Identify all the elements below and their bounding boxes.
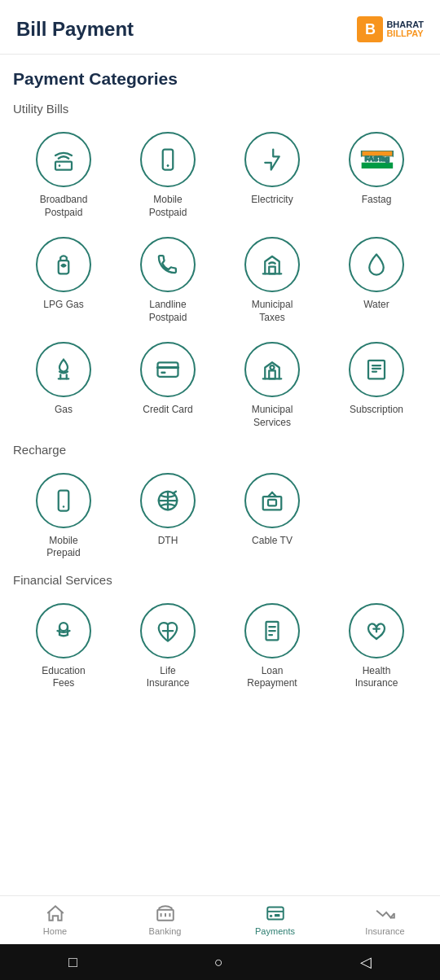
health-insurance-icon xyxy=(364,619,389,643)
payment-categories-heading: Payment Categories xyxy=(13,69,427,89)
android-back-btn[interactable]: ◁ xyxy=(360,953,372,971)
mobile-postpaid-icon-circle xyxy=(140,132,196,187)
water-item[interactable]: Water xyxy=(326,232,427,329)
wifi-router-icon xyxy=(51,147,76,172)
logo-icon: B xyxy=(357,16,383,42)
life-insurance-item[interactable]: LifeInsurance xyxy=(117,598,218,695)
svg-rect-41 xyxy=(267,907,284,919)
dth-item[interactable]: DTH xyxy=(117,468,218,565)
water-icon xyxy=(364,252,389,277)
svg-line-26 xyxy=(173,491,176,493)
svg-rect-0 xyxy=(55,162,72,170)
fastag-icon: FASTag xyxy=(359,151,394,168)
banking-nav-label: Banking xyxy=(149,926,182,936)
loan-icon xyxy=(260,619,284,643)
svg-point-42 xyxy=(269,915,271,917)
header: Bill Payment B BHARAT BILLPAY xyxy=(0,0,440,55)
dth-label: DTH xyxy=(158,535,178,548)
gas-icon xyxy=(51,357,76,382)
municipal-taxes-item[interactable]: MunicipalTaxes xyxy=(222,232,323,329)
landline-postpaid-icon-circle xyxy=(140,237,196,292)
health-insurance-icon-circle xyxy=(349,603,404,658)
home-nav-icon xyxy=(45,903,66,924)
bottom-nav: Home Banking Payments Insurance xyxy=(0,895,440,944)
loan-repayment-label: LoanRepayment xyxy=(247,665,297,690)
municipal-services-label: MunicipalServices xyxy=(252,404,293,429)
credit-card-label: Credit Card xyxy=(143,404,192,417)
svg-point-5 xyxy=(167,164,169,167)
svg-point-22 xyxy=(63,505,65,508)
svg-rect-29 xyxy=(268,499,276,505)
nav-payments[interactable]: Payments xyxy=(247,903,304,936)
broadband-postpaid-item[interactable]: BroadbandPostpaid xyxy=(13,127,114,224)
lpg-gas-item[interactable]: LPG Gas xyxy=(13,232,114,329)
fastag-icon-circle: FASTag xyxy=(349,132,404,187)
municipal-taxes-icon-circle xyxy=(244,237,300,292)
health-insurance-label: HealthInsurance xyxy=(355,665,398,690)
cable-tv-label: Cable TV xyxy=(252,535,293,548)
logo-line2: BILLPAY xyxy=(386,29,424,38)
gas-item[interactable]: Gas xyxy=(13,337,114,434)
svg-rect-11 xyxy=(269,267,275,274)
dth-icon xyxy=(156,488,180,513)
subscription-label: Subscription xyxy=(350,404,403,417)
water-label: Water xyxy=(363,299,389,312)
main-content: Payment Categories Utility Bills Broadba… xyxy=(0,55,440,768)
health-insurance-item[interactable]: HealthInsurance xyxy=(326,598,427,695)
loan-repayment-icon-circle xyxy=(244,603,300,658)
municipal-taxes-icon xyxy=(260,252,284,277)
loan-repayment-item[interactable]: LoanRepayment xyxy=(222,598,323,695)
nav-banking[interactable]: Banking xyxy=(137,903,194,936)
financial-services-grid: EducationFees LifeInsurance xyxy=(13,598,427,695)
android-square-btn[interactable]: □ xyxy=(68,954,77,971)
subscription-icon-circle xyxy=(349,342,404,397)
recharge-label: Recharge xyxy=(13,443,427,457)
mobile-prepaid-item[interactable]: MobilePrepaid xyxy=(13,468,114,565)
fastag-label: Fastag xyxy=(362,194,392,207)
insurance-nav-label: Insurance xyxy=(365,926,404,936)
mobile-prepaid-icon xyxy=(51,488,76,513)
mobile-postpaid-label: MobilePostpaid xyxy=(149,194,187,219)
cable-tv-icon xyxy=(260,488,284,513)
lpg-gas-icon-circle xyxy=(36,237,91,292)
life-insurance-icon-circle xyxy=(140,603,196,658)
nav-home[interactable]: Home xyxy=(27,903,84,936)
android-circle-btn[interactable]: ○ xyxy=(214,954,223,971)
landline-icon xyxy=(156,252,180,277)
svg-rect-15 xyxy=(269,371,275,379)
fastag-item[interactable]: FASTag Fastag xyxy=(326,127,427,224)
svg-text:FASTag: FASTag xyxy=(365,155,389,163)
home-nav-label: Home xyxy=(43,926,67,936)
education-fees-label: EducationFees xyxy=(42,665,85,690)
banking-nav-icon xyxy=(155,903,176,924)
subscription-item[interactable]: Subscription xyxy=(326,337,427,434)
credit-card-icon xyxy=(156,357,180,382)
financial-services-section: Financial Services EducationFees xyxy=(13,573,427,695)
life-insurance-label: LifeInsurance xyxy=(147,665,190,690)
cable-tv-item[interactable]: Cable TV xyxy=(222,468,323,565)
municipal-services-icon-circle xyxy=(244,342,300,397)
nav-insurance[interactable]: Insurance xyxy=(357,903,414,936)
education-fees-item[interactable]: EducationFees xyxy=(13,598,114,695)
svg-point-30 xyxy=(59,623,68,631)
electricity-icon xyxy=(260,147,284,172)
municipal-services-item[interactable]: MunicipalServices xyxy=(222,337,323,434)
electricity-item[interactable]: Electricity xyxy=(222,127,323,224)
lpg-gas-label: LPG Gas xyxy=(43,299,83,312)
subscription-icon xyxy=(364,357,389,382)
broadband-postpaid-label: BroadbandPostpaid xyxy=(40,194,88,219)
gas-label: Gas xyxy=(55,404,73,417)
recharge-section: Recharge MobilePrepaid xyxy=(13,443,427,565)
landline-postpaid-item[interactable]: LandlinePostpaid xyxy=(117,232,218,329)
gas-icon-circle xyxy=(36,342,91,397)
mobile-postpaid-item[interactable]: MobilePostpaid xyxy=(117,127,218,224)
svg-point-2 xyxy=(59,164,61,167)
svg-point-28 xyxy=(271,491,274,493)
credit-card-item[interactable]: Credit Card xyxy=(117,337,218,434)
broadband-postpaid-icon-circle xyxy=(36,132,91,187)
svg-rect-27 xyxy=(263,497,282,510)
utility-bills-label: Utility Bills xyxy=(13,102,427,116)
municipal-services-icon xyxy=(260,357,284,382)
recharge-grid: MobilePrepaid DTH xyxy=(13,468,427,565)
mobile-icon xyxy=(156,147,180,172)
